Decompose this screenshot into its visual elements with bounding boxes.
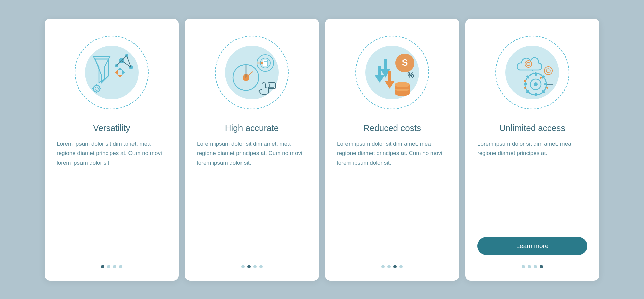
svg-point-71 bbox=[524, 87, 526, 89]
svg-marker-0 bbox=[95, 59, 108, 83]
svg-point-64 bbox=[546, 69, 550, 73]
card-illustration-high-accurate bbox=[212, 32, 292, 113]
high-accurate-icon bbox=[218, 39, 285, 106]
dot-1 bbox=[241, 265, 245, 268]
dot-1 bbox=[381, 265, 385, 268]
card-reduced-costs: $ % Reduced costs Lorem ipsum dolor sit … bbox=[325, 19, 459, 281]
dot-3 bbox=[253, 265, 257, 268]
svg-point-41 bbox=[395, 82, 410, 87]
svg-point-45 bbox=[525, 61, 532, 67]
card-title-versatility: Versatility bbox=[93, 123, 130, 133]
card-illustration-unlimited-access bbox=[492, 32, 573, 113]
dots-high-accurate bbox=[241, 265, 263, 268]
svg-text:$: $ bbox=[402, 57, 408, 68]
dot-1 bbox=[522, 265, 525, 268]
card-title-high-accurate: High accurate bbox=[225, 123, 279, 133]
dot-2 bbox=[528, 265, 531, 268]
card-high-accurate: High accurate Lorem ipsum dolor sit dim … bbox=[185, 19, 319, 281]
svg-point-46 bbox=[527, 62, 530, 66]
dot-4 bbox=[259, 265, 263, 268]
svg-rect-54 bbox=[535, 72, 537, 76]
card-versatility: Versatility Lorem ipsum dolor sit dim am… bbox=[45, 19, 179, 281]
dot-3 bbox=[534, 265, 537, 268]
versatility-icon bbox=[78, 39, 145, 106]
dots-reduced-costs bbox=[381, 265, 403, 268]
dots-unlimited-access bbox=[522, 265, 543, 268]
card-text-reduced-costs: Lorem ipsum dolor sit dim amet, mea regi… bbox=[337, 139, 447, 255]
svg-point-70 bbox=[524, 80, 526, 82]
dot-4 bbox=[399, 265, 403, 268]
card-illustration-versatility bbox=[71, 32, 152, 113]
svg-point-63 bbox=[544, 67, 552, 75]
dot-3 bbox=[393, 265, 397, 268]
svg-point-2 bbox=[93, 85, 100, 92]
svg-text:%: % bbox=[407, 71, 414, 79]
card-text-versatility: Lorem ipsum dolor sit dim amet, mea regi… bbox=[57, 139, 167, 255]
card-title-reduced-costs: Reduced costs bbox=[363, 123, 421, 133]
learn-more-button[interactable]: Learn more bbox=[477, 237, 587, 255]
dot-4 bbox=[540, 265, 543, 268]
svg-rect-56 bbox=[524, 83, 527, 85]
dot-2 bbox=[107, 265, 110, 268]
dot-2 bbox=[387, 265, 391, 268]
unlimited-access-icon bbox=[499, 39, 566, 106]
dot-1 bbox=[101, 265, 104, 268]
cards-container: Versatility Lorem ipsum dolor sit dim am… bbox=[31, 5, 613, 294]
card-text-unlimited-access: Lorem ipsum dolor sit dim amet, mea regi… bbox=[477, 139, 587, 230]
reduced-costs-icon: $ % bbox=[359, 39, 426, 106]
svg-point-72 bbox=[546, 87, 548, 89]
svg-marker-43 bbox=[375, 66, 385, 83]
svg-rect-57 bbox=[544, 83, 547, 85]
dot-4 bbox=[119, 265, 122, 268]
svg-marker-18 bbox=[118, 67, 122, 70]
card-unlimited-access: Unlimited access Lorem ipsum dolor sit d… bbox=[465, 19, 599, 281]
svg-point-53 bbox=[534, 82, 538, 86]
svg-rect-33 bbox=[269, 84, 274, 87]
card-illustration-reduced-costs: $ % bbox=[352, 32, 432, 113]
svg-line-62 bbox=[532, 70, 534, 73]
svg-point-3 bbox=[95, 87, 98, 90]
card-text-high-accurate: Lorem ipsum dolor sit dim amet, mea regi… bbox=[197, 139, 307, 255]
svg-marker-16 bbox=[115, 70, 118, 75]
svg-rect-55 bbox=[535, 93, 537, 96]
svg-marker-17 bbox=[122, 70, 125, 75]
card-title-unlimited-access: Unlimited access bbox=[499, 123, 566, 133]
dot-3 bbox=[113, 265, 116, 268]
svg-marker-19 bbox=[118, 75, 122, 78]
dot-2 bbox=[247, 265, 251, 268]
svg-point-69 bbox=[540, 77, 542, 79]
dots-versatility bbox=[101, 265, 122, 268]
